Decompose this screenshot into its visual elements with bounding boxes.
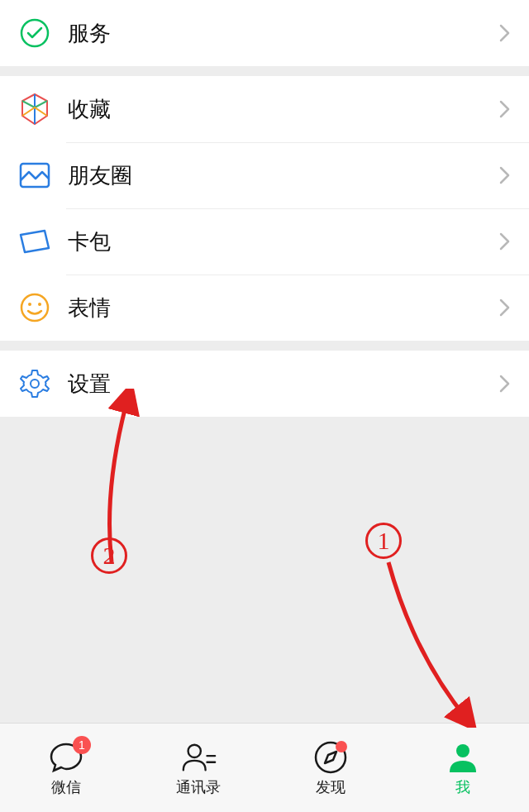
tabbar: 1 微信 通讯录 发现 (0, 723, 529, 812)
annotation-number-1: 1 (365, 523, 402, 559)
tab-contacts[interactable]: 通讯录 (132, 724, 264, 812)
chat-icon: 1 (48, 739, 84, 776)
contacts-icon (180, 739, 217, 776)
tab-chat[interactable]: 1 微信 (0, 724, 132, 812)
row-cards[interactable]: 卡包 (0, 208, 529, 275)
row-label: 设置 (68, 370, 499, 399)
svg-point-6 (188, 744, 201, 757)
settings-icon (18, 367, 51, 400)
chevron-right-icon (499, 100, 511, 118)
row-label: 朋友圈 (68, 161, 499, 190)
chevron-right-icon (499, 375, 511, 393)
chevron-right-icon (499, 232, 511, 251)
row-settings[interactable]: 设置 (0, 351, 529, 417)
svg-point-0 (21, 20, 48, 46)
section-main: 收藏 朋友圈 卡包 (0, 76, 529, 341)
row-stickers[interactable]: 表情 (0, 275, 529, 341)
stickers-icon (18, 291, 51, 324)
chevron-right-icon (499, 299, 511, 317)
tab-label: 通讯录 (176, 777, 221, 797)
badge-dot (336, 741, 347, 752)
row-moments[interactable]: 朋友圈 (0, 142, 529, 208)
discover-icon (312, 739, 349, 776)
row-label: 服务 (68, 19, 499, 48)
section-settings: 设置 (0, 351, 529, 417)
svg-point-2 (21, 294, 48, 321)
row-favorites[interactable]: 收藏 (0, 76, 529, 142)
cards-icon (18, 225, 51, 258)
tab-discover[interactable]: 发现 (264, 724, 397, 812)
svg-point-5 (31, 380, 39, 388)
tab-me[interactable]: 我 (397, 724, 529, 812)
tab-label: 我 (455, 777, 470, 797)
row-label: 收藏 (68, 95, 499, 124)
tab-label: 发现 (316, 777, 346, 797)
tab-label: 微信 (51, 777, 81, 797)
svg-point-10 (456, 744, 469, 757)
annotation-arrow-1 (380, 554, 479, 728)
favorites-icon (18, 93, 51, 126)
annotation-number-2: 2 (91, 537, 127, 574)
section-service: 服务 (0, 0, 529, 66)
service-icon (18, 17, 51, 50)
row-label: 表情 (68, 294, 499, 322)
row-label: 卡包 (68, 227, 499, 256)
badge-count: 1 (73, 736, 91, 754)
chevron-right-icon (499, 166, 511, 184)
me-icon (445, 739, 481, 776)
svg-point-3 (28, 303, 31, 306)
row-service[interactable]: 服务 (0, 0, 529, 66)
svg-point-4 (38, 303, 41, 306)
chevron-right-icon (499, 24, 511, 42)
moments-icon (18, 159, 51, 192)
